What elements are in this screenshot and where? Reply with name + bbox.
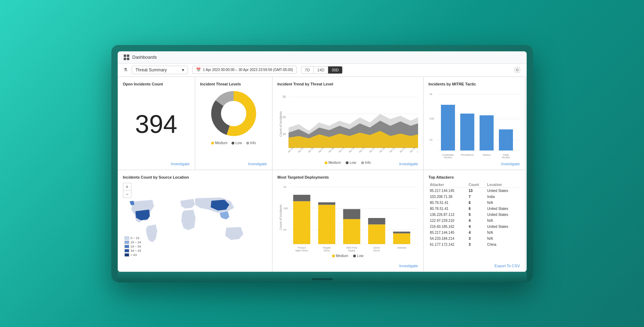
attackers-card: Top Attackers Attacker Count Location 85… — [423, 170, 525, 272]
top-bar-title: Dashboards — [132, 54, 157, 60]
dashboards-icon — [123, 54, 130, 60]
threat-summary-dropdown[interactable]: Threat Summary ▾ — [132, 66, 188, 74]
svg-text:Demo: Demo — [373, 249, 380, 251]
attackers-table: Attacker Count Location 85.217.144.145 1… — [429, 182, 520, 248]
low-legend: Low — [235, 141, 242, 145]
attacker-count: 7 — [467, 194, 486, 200]
mitre-investigate[interactable]: Investigate — [501, 162, 520, 166]
svg-rect-60 — [318, 202, 335, 205]
attacker-count: 3 — [467, 242, 486, 248]
open-incidents-number: 394 — [135, 110, 177, 139]
svg-text:10: 10 — [283, 228, 287, 231]
svg-text:Deploy: Deploy — [348, 249, 355, 252]
svg-rect-1 — [127, 54, 129, 57]
svg-rect-2 — [124, 58, 126, 60]
settings-icon[interactable] — [513, 66, 521, 74]
svg-text:Unknown: Unknown — [397, 246, 406, 249]
table-row: 85.217.144.145 13 United States — [429, 187, 520, 194]
donut-chart-container: Medium Low Info — [200, 89, 267, 145]
threat-levels-investigate[interactable]: Investigate — [248, 162, 267, 166]
incident-trend-card: Incident Trend by Threat Level Count of … — [272, 77, 423, 170]
svg-rect-3 — [127, 58, 129, 60]
info-legend: Info — [250, 141, 256, 145]
svg-text:Persistence: Persistence — [461, 154, 474, 156]
svg-text:Initial: Initial — [503, 154, 509, 156]
deployments-investigate[interactable]: Investigate — [399, 264, 418, 268]
export-csv-button[interactable]: Export To CSV — [495, 264, 520, 268]
svg-rect-64 — [368, 218, 385, 224]
medium-legend: Medium — [215, 141, 228, 145]
attacker-location: N/A — [486, 218, 520, 224]
table-row: 136.226.87.113 5 United States — [429, 212, 520, 218]
mitre-bar-chart: 1k 100 10 Credential Access P — [429, 89, 520, 159]
open-incidents-card: Open Incidents Count 394 Investigate — [118, 77, 195, 170]
zoom-in-button[interactable]: + — [123, 183, 131, 191]
svg-text:20: 20 — [282, 115, 286, 118]
zoom-out-button[interactable]: − — [123, 191, 131, 198]
trend-y-label: Count of Incidents — [278, 89, 282, 159]
count-col-header: Count — [467, 182, 486, 188]
source-location-card: Incidents Count by Source Location + − — [118, 170, 272, 272]
svg-rect-57 — [293, 201, 310, 244]
deploy-low-label: Low — [357, 254, 363, 258]
table-row: 122.97.229.210 4 N/A — [429, 218, 520, 224]
svg-text:Ozone: Ozone — [373, 246, 380, 249]
svg-rect-59 — [318, 205, 335, 244]
table-row: 85.217.144.145 4 N/A — [429, 230, 520, 236]
14d-button[interactable]: 14D — [314, 66, 328, 73]
attacker-count: 6 — [467, 200, 486, 206]
deployments-title: Most Targeted Deployments — [278, 175, 418, 179]
attacker-ip: 61.177.172.142 — [429, 242, 467, 248]
location-col-header: Location — [486, 182, 520, 188]
attacker-location: N/A — [486, 236, 520, 242]
svg-text:Access: Access — [444, 156, 452, 159]
trend-legend: Medium Low Info — [278, 161, 418, 165]
attacker-col-header: Attacker — [429, 182, 467, 188]
open-incidents-investigate[interactable]: Investigate — [171, 162, 189, 166]
trend-investigate[interactable]: Investigate — [399, 162, 418, 166]
deployments-legend: Medium Low — [278, 254, 418, 258]
attacker-count: 13 — [467, 187, 486, 194]
7d-button[interactable]: 7D — [301, 66, 314, 73]
svg-text:100: 100 — [283, 206, 288, 210]
attacker-count: 4 — [467, 224, 486, 230]
svg-rect-42 — [480, 115, 494, 150]
trend-info-label: Info — [365, 161, 371, 165]
svg-text:10: 10 — [282, 132, 286, 135]
toolbar: ⚗ Threat Summary ▾ 📅 1 Apr 2023 00:00:00… — [118, 64, 527, 77]
svg-rect-65 — [393, 233, 410, 244]
svg-rect-40 — [441, 105, 455, 150]
mitre-title: Incidents by MITRE Tactic — [429, 82, 520, 86]
dashboard-grid: Open Incidents Count 394 Investigate Inc… — [118, 77, 527, 272]
source-location-title: Incidents Count by Source Location — [123, 175, 267, 179]
attacker-location: United States — [486, 212, 520, 218]
attacker-count: 3 — [467, 236, 486, 242]
attacker-ip: 85.217.144.145 — [429, 230, 467, 236]
world-map — [123, 189, 267, 259]
attacker-location: India — [486, 194, 520, 200]
30d-button[interactable]: 30D — [328, 66, 342, 73]
laptop-bezel-bottom — [118, 272, 527, 282]
attacker-ip: 136.226.87.113 — [429, 212, 467, 218]
svg-rect-66 — [393, 231, 410, 233]
attacker-location: N/A — [486, 200, 520, 206]
chevron-down-icon: ▾ — [182, 68, 184, 72]
donut-legend: Medium Low Info — [211, 141, 256, 145]
svg-rect-0 — [124, 54, 126, 57]
trend-area-chart: 30 20 10 — [282, 89, 418, 159]
deploy-medium-label: Medium — [336, 254, 349, 258]
date-range-button[interactable]: 📅 1 Apr 2023 00:00:00 – 30 Apr 2023 23:5… — [192, 66, 297, 74]
attacker-count: 4 — [467, 218, 486, 224]
svg-point-4 — [516, 69, 518, 71]
open-incidents-count-container: 394 — [123, 89, 190, 159]
svg-text:Product: Product — [298, 246, 306, 249]
legend-34-43: 34 – 43 — [131, 249, 141, 252]
table-row: 80.76.51.41 6 N/A — [429, 200, 520, 206]
map-legend: 0 – 15 15 – 24 24 – 34 34 – 43 > 43 — [124, 236, 141, 257]
attacker-location: United States — [486, 187, 520, 194]
attacker-location: China — [486, 242, 520, 248]
legend-15-24: 15 – 24 — [131, 241, 141, 244]
filter-icon: ⚗ — [123, 67, 128, 72]
map-zoom-controls: + − — [123, 183, 131, 198]
svg-text:10: 10 — [429, 138, 432, 141]
